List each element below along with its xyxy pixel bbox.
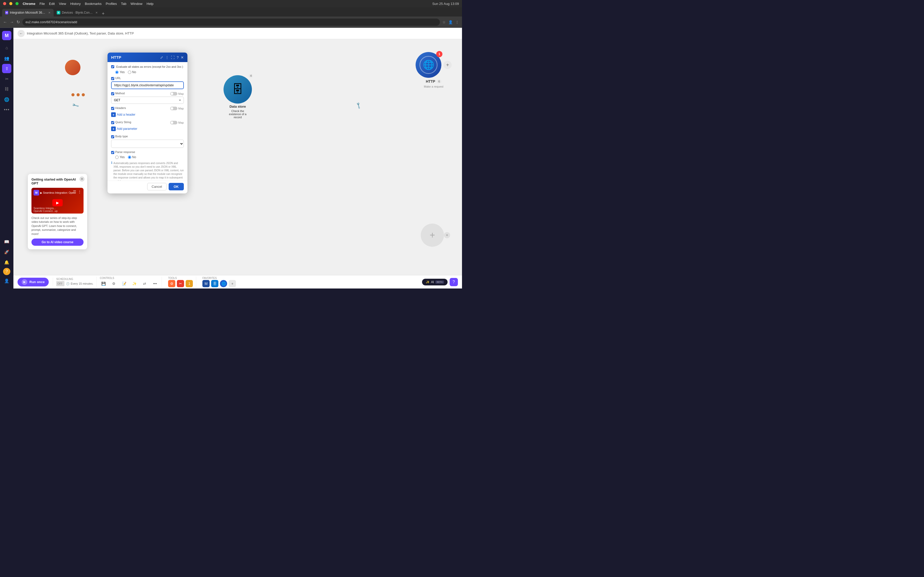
menu-tab[interactable]: Tab xyxy=(121,2,126,6)
menu-view[interactable]: View xyxy=(59,2,66,6)
body-type-select[interactable] xyxy=(111,140,184,148)
reload-button[interactable]: ↻ xyxy=(16,19,20,24)
parse-no-option[interactable]: No xyxy=(128,155,136,159)
help-dialog-icon[interactable]: ? xyxy=(177,55,179,60)
expand-icon[interactable]: ⛶ xyxy=(171,55,174,60)
sidebar-item-users[interactable]: 👥 xyxy=(2,53,11,63)
sidebar-item-notifications[interactable]: 🔔 xyxy=(2,258,11,267)
sidebar-item-templates[interactable]: ✂ xyxy=(2,74,11,84)
help-chat-button[interactable]: ? xyxy=(450,278,458,286)
parse-checkbox[interactable] xyxy=(111,151,114,154)
url-checkbox[interactable] xyxy=(111,77,114,80)
options-icon[interactable]: ⋮ xyxy=(165,55,169,60)
fav-globe-icon[interactable]: 🌐 xyxy=(220,280,227,287)
sidebar-logo[interactable]: M xyxy=(2,31,11,40)
close-btn[interactable] xyxy=(3,2,6,5)
sidebar-item-scenarios[interactable]: ⇧ xyxy=(2,64,11,73)
tab-blynk[interactable]: B Devices · Blynk.Console ✕ xyxy=(53,9,101,16)
tab-close-make[interactable]: ✕ xyxy=(48,11,50,15)
method-map-toggle[interactable]: Map xyxy=(170,92,184,95)
fav-outlook-icon[interactable]: M xyxy=(202,280,210,287)
maximize-btn[interactable] xyxy=(16,2,19,5)
ok-button[interactable]: OK xyxy=(169,183,184,190)
evaluate-yes-radio[interactable] xyxy=(115,71,119,74)
forward-button[interactable]: → xyxy=(10,20,14,24)
address-input[interactable] xyxy=(23,19,440,26)
query-map-toggle[interactable]: Map xyxy=(170,121,184,124)
sidebar-item-help[interactable]: ? xyxy=(3,268,10,275)
tab-close-blynk[interactable]: ✕ xyxy=(95,11,98,15)
panel-close-button[interactable]: ✕ xyxy=(79,176,84,182)
method-toggle-switch[interactable] xyxy=(170,92,178,95)
minimize-btn[interactable] xyxy=(9,2,12,5)
method-checkbox[interactable] xyxy=(111,92,114,95)
sidebar-item-more[interactable]: ••• xyxy=(2,105,11,114)
sidebar-item-ai[interactable]: 🚀 xyxy=(2,247,11,256)
cancel-button[interactable]: Cancel xyxy=(147,183,166,190)
menu-bookmarks[interactable]: Bookmarks xyxy=(85,2,102,6)
bookmark-icon[interactable]: ☆ xyxy=(443,20,446,24)
menu-help[interactable]: Help xyxy=(147,2,153,6)
shrink-icon[interactable]: ⤢ xyxy=(160,55,163,60)
save-icon[interactable]: 💾 xyxy=(100,280,107,287)
method-select[interactable]: GET POST PUT DELETE PATCH xyxy=(111,97,184,104)
more-controls-icon[interactable]: ••• xyxy=(151,280,158,287)
evaluate-yes-option[interactable]: Yes xyxy=(115,70,125,74)
headers-checkbox[interactable] xyxy=(111,107,114,110)
menu-profiles[interactable]: Profiles xyxy=(106,2,117,6)
video-thumbnail[interactable]: M ▶ Seamless Integration: Ope... Seamles… xyxy=(31,188,84,214)
mac-traffic-lights[interactable] xyxy=(3,2,19,5)
query-toggle-switch[interactable] xyxy=(170,121,178,124)
parse-yes-radio[interactable] xyxy=(115,156,119,159)
run-once-button[interactable]: ▶ Run once xyxy=(18,278,49,287)
profile-icon[interactable]: 👤 xyxy=(448,20,453,24)
add-module-node[interactable]: + + xyxy=(421,224,444,247)
add-after-button[interactable]: + xyxy=(444,232,450,238)
add-node-button[interactable]: + xyxy=(443,61,452,69)
settings-icon[interactable]: ⚙ xyxy=(110,280,117,287)
add-parameter-button[interactable]: + Add parameter xyxy=(111,126,137,132)
fav-add-icon[interactable]: + xyxy=(229,280,236,287)
sidebar-item-webhooks[interactable]: 🌐 xyxy=(2,95,11,104)
evaluate-no-radio[interactable] xyxy=(128,71,131,74)
tool-openai-icon[interactable]: ⚙ xyxy=(168,280,175,287)
plus-circle[interactable]: + xyxy=(421,224,444,247)
off-toggle[interactable]: OFF xyxy=(56,281,65,286)
fav-db-icon[interactable]: 🗄 xyxy=(211,280,218,287)
headers-toggle-switch[interactable] xyxy=(170,106,178,110)
query-checkbox[interactable] xyxy=(111,121,114,124)
evaluate-no-option[interactable]: No xyxy=(128,70,136,74)
new-tab-button[interactable]: + xyxy=(102,11,105,16)
ai-button[interactable]: ✨ AI BETA xyxy=(422,279,447,285)
back-button[interactable]: ← xyxy=(3,20,7,24)
close-dialog-icon[interactable]: ✕ xyxy=(181,55,184,60)
datastore-node[interactable]: 🗄 4 Data store Check the existence of a … xyxy=(223,75,252,119)
evaluate-checkbox[interactable] xyxy=(111,65,114,68)
sidebar-item-docs[interactable]: 📖 xyxy=(2,237,11,246)
headers-map-toggle[interactable]: Map xyxy=(170,106,184,110)
outlook-node[interactable] xyxy=(65,60,81,75)
tool-num1-icon[interactable]: 1 xyxy=(186,280,193,287)
note-icon[interactable]: 📝 xyxy=(120,280,128,287)
tab-make[interactable]: M Integration Microsoft 365 Em... ✕ xyxy=(2,9,53,16)
menu-edit[interactable]: Edit xyxy=(49,2,55,6)
parse-yes-option[interactable]: Yes xyxy=(115,155,125,159)
tool-integrations-icon[interactable]: ✂ xyxy=(177,280,184,287)
sidebar-item-connections[interactable]: ⛓ xyxy=(2,84,11,94)
flow-icon[interactable]: ⇄ xyxy=(141,280,148,287)
body-checkbox[interactable] xyxy=(111,135,114,138)
http-canvas-node[interactable]: 🌐 1 + HTTP 6 Make a request xyxy=(415,52,452,88)
automap-icon[interactable]: ✨ xyxy=(131,280,138,287)
go-to-ai-button[interactable]: Go to AI video course xyxy=(31,239,84,246)
play-button[interactable]: ▶ xyxy=(52,199,63,206)
more-options-icon[interactable]: ⋮ xyxy=(455,20,459,24)
menu-history[interactable]: History xyxy=(70,2,81,6)
video-list-icon[interactable]: ☰ xyxy=(73,190,76,194)
parse-no-radio[interactable] xyxy=(128,156,131,159)
menu-file[interactable]: File xyxy=(39,2,45,6)
menu-chrome[interactable]: Chrome xyxy=(23,2,36,6)
back-button[interactable]: ← xyxy=(18,30,25,37)
sidebar-item-home[interactable]: ⌂ xyxy=(2,43,11,53)
url-input[interactable] xyxy=(111,81,184,89)
menu-window[interactable]: Window xyxy=(131,2,142,6)
